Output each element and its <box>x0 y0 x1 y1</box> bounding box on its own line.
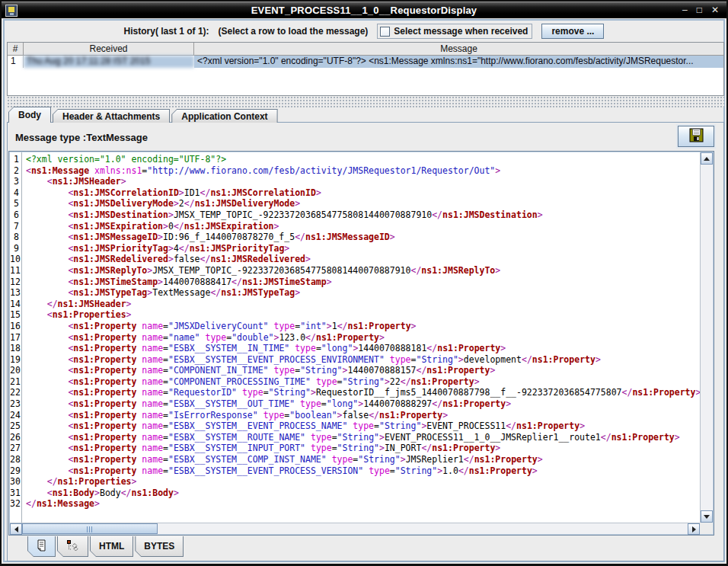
horizontal-scrollbar[interactable] <box>10 523 700 534</box>
line-number: 20 <box>10 365 21 376</box>
vertical-scrollbar[interactable] <box>700 152 713 523</box>
code-line[interactable]: <ns1:Body>Body</ns1:Body> <box>26 488 700 499</box>
message-cell[interactable]: <?xml version="1.0" encoding="UTF-8"?> <… <box>194 56 723 68</box>
column-header-received[interactable]: Received <box>24 43 194 56</box>
code-line[interactable]: </ns1:Properties> <box>26 476 700 488</box>
line-number: 7 <box>10 221 21 232</box>
history-controls: History( last 1 of 1): (Select a row to … <box>2 22 726 40</box>
save-button[interactable] <box>678 126 714 147</box>
table-row[interactable]: 1 Thu Aug 20 17:11:28 IST 2015 <?xml ver… <box>8 56 723 68</box>
code-line[interactable]: <ns1:JMSCorrelationID>ID1</ns1:JMSCorrel… <box>26 187 700 199</box>
line-number: 12 <box>10 277 21 288</box>
message-type-label: Message type :TextMessage <box>15 132 148 143</box>
view-tab-tree[interactable] <box>57 536 88 557</box>
code-line[interactable]: <ns1:JMSExpiration>0</ns1:JMSExpiration> <box>26 221 700 232</box>
line-number: 30 <box>10 476 21 488</box>
column-header-num[interactable]: # <box>8 43 24 56</box>
code-line[interactable]: <ns1:Property name="IsErrorResponse" typ… <box>26 410 700 421</box>
line-number: 29 <box>10 465 21 477</box>
line-number: 16 <box>10 321 21 332</box>
code-line[interactable]: </ns1:JMSHeader> <box>26 299 700 310</box>
remove-button[interactable]: remove ... <box>541 24 604 39</box>
scroll-right-button[interactable] <box>688 523 700 535</box>
row-number-cell[interactable]: 1 <box>8 56 24 68</box>
scroll-left-button[interactable] <box>10 523 22 535</box>
table-header: # Received Message <box>8 43 723 56</box>
document-icon <box>37 539 46 554</box>
select-message-checkbox-group[interactable]: Select message when received <box>377 24 532 39</box>
code-line[interactable]: <?xml version="1.0" encoding="UTF-8"?> <box>26 154 700 165</box>
line-number: 1 <box>10 154 21 165</box>
view-tab-text[interactable] <box>27 536 56 557</box>
received-cell[interactable]: Thu Aug 20 17:11:28 IST 2015 <box>24 56 194 68</box>
tab-application-context[interactable]: Application Context <box>171 109 277 123</box>
line-number: 4 <box>10 187 21 199</box>
code-line[interactable]: <ns1:Property name="RequestorID" type="S… <box>26 387 700 398</box>
tab-body[interactable]: Body <box>8 107 51 123</box>
xml-editor: 1234567891011121314151617181920212223242… <box>8 151 714 536</box>
line-number: 25 <box>10 421 21 432</box>
code-line[interactable]: <ns1:Property name="ESBX__SYSTEM__OUT_TI… <box>26 398 700 410</box>
view-tab-html[interactable]: HTML <box>90 536 133 557</box>
code-line[interactable]: <ns1:Properties> <box>26 309 700 321</box>
close-button[interactable]: ✕ <box>711 5 719 16</box>
minimize-button[interactable]: – <box>682 5 688 16</box>
view-tab-bytes[interactable]: BYTES <box>135 536 184 557</box>
line-number: 2 <box>10 165 21 177</box>
line-number: 24 <box>10 410 21 421</box>
column-header-message[interactable]: Message <box>194 43 723 56</box>
code-line[interactable]: <ns1:Property name="COMPONENT_PROCESSING… <box>26 376 700 388</box>
scroll-up-button[interactable] <box>701 152 713 165</box>
code-line[interactable]: <ns1:JMSTimeStamp>1440070888417</ns1:JMS… <box>26 277 700 288</box>
scroll-down-button[interactable] <box>701 510 713 523</box>
code-line[interactable]: <ns1:JMSRedelivered>false</ns1:JMSRedeli… <box>26 254 700 265</box>
history-hint: (Select a row to load the message) <box>219 26 369 37</box>
code-line[interactable]: <ns1:Property name="JMSXDeliveryCount" t… <box>26 321 700 332</box>
code-lines[interactable]: <?xml version="1.0" encoding="UTF-8"?><n… <box>23 152 700 523</box>
maximize-button[interactable]: □ <box>697 5 702 16</box>
code-line[interactable]: <ns1:JMSReplyTo>JMSX_TEMP_TOPIC_-9223372… <box>26 265 700 277</box>
code-line[interactable]: <ns1:Property name="name" type="double">… <box>26 332 700 344</box>
code-line[interactable]: <ns1:Property name="ESBX__SYSTEM__INPUT_… <box>26 443 700 454</box>
scrollbar-corner <box>700 523 713 534</box>
code-line[interactable]: <ns1:JMSHeader> <box>26 176 700 187</box>
line-number: 11 <box>10 265 21 277</box>
code-line[interactable]: <ns1:JMSTypeTag>TextMessage</ns1:JMSType… <box>26 287 700 299</box>
window-title: EVENT_PROCESS11__1_0__RequestorDisplay <box>2 5 726 16</box>
history-label: History( last 1 of 1): <box>124 26 209 37</box>
code-line[interactable]: <ns1:JMSPriorityTag>4</ns1:JMSPriorityTa… <box>26 243 700 254</box>
line-number-gutter: 1234567891011121314151617181920212223242… <box>10 152 22 523</box>
line-number: 10 <box>10 254 21 265</box>
body-panel: Message type :TextMessage 12345678910111… <box>7 122 724 561</box>
line-number: 13 <box>10 287 21 299</box>
line-number: 32 <box>10 498 21 510</box>
line-number: 31 <box>10 488 21 499</box>
code-line[interactable]: <ns1:Property name="COMPONENT_IN_TIME" t… <box>26 365 700 376</box>
line-number: 3 <box>10 176 21 187</box>
horizontal-scroll-thumb[interactable] <box>22 523 158 534</box>
code-line[interactable]: <ns1:JMSDestination>JMSX_TEMP_TOPIC_-922… <box>26 209 700 221</box>
code-line[interactable]: <ns1:Property name="ESBX__SYSTEM__EVENT_… <box>26 354 700 366</box>
code-line[interactable]: <ns1:Property name="ESBX__SYSTEM__EVENT_… <box>26 421 700 432</box>
code-line[interactable]: <ns1:Property name="ESBX__SYSTEM__COMP_I… <box>26 454 700 465</box>
tab-header-attachments[interactable]: Header & Attachments <box>53 109 170 123</box>
code-line[interactable]: <ns1:JMSDeliveryMode>2</ns1:JMSDeliveryM… <box>26 198 700 209</box>
line-number: 21 <box>10 376 21 388</box>
code-line[interactable]: </ns1:Message> <box>26 498 700 510</box>
line-number: 5 <box>10 198 21 209</box>
select-message-checkbox[interactable] <box>380 27 390 37</box>
line-number: 15 <box>10 309 21 321</box>
line-number: 14 <box>10 299 21 310</box>
code-line[interactable]: <ns1:Property name="ESBX__SYSTEM__IN_TIM… <box>26 343 700 354</box>
tree-icon <box>66 539 79 554</box>
code-line[interactable]: <ns1:Message xmlns:ns1="http://www.fiora… <box>26 165 700 177</box>
code-line[interactable]: <ns1:Property name="ESBX__SYSTEM__EVENT_… <box>26 465 700 477</box>
title-bar[interactable]: EVENT_PROCESS11__1_0__RequestorDisplay –… <box>2 2 726 18</box>
line-number: 26 <box>10 432 21 443</box>
code-line[interactable]: <ns1:Property name="ESBX__SYSTEM__ROUTE_… <box>26 432 700 443</box>
line-number: 17 <box>10 332 21 344</box>
select-message-checkbox-label: Select message when received <box>394 26 528 37</box>
view-tabs: HTML BYTES <box>27 536 184 557</box>
split-divider[interactable] <box>7 96 724 107</box>
code-line[interactable]: <ns1:JMSMessageID>ID:96_f_1440070878270_… <box>26 232 700 243</box>
